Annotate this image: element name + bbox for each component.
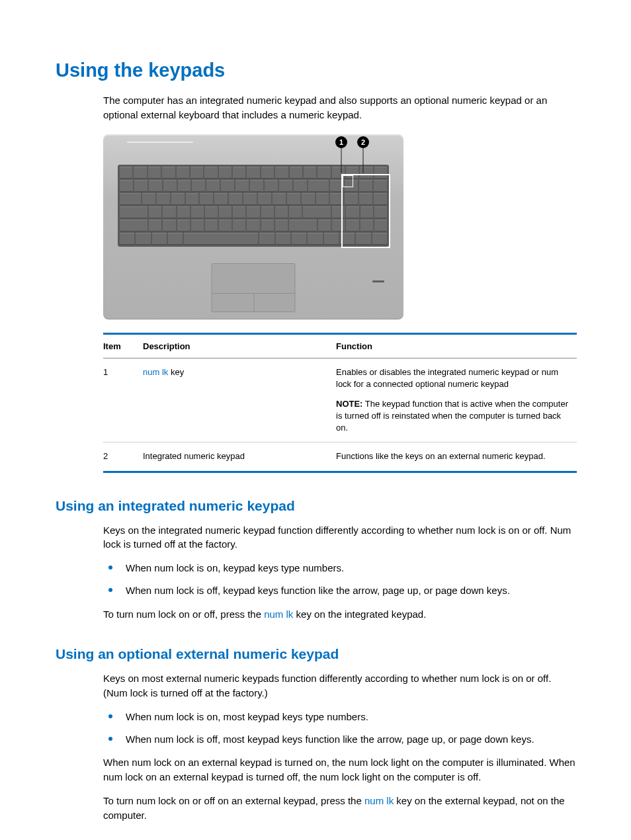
- note-block: NOTE: The keypad function that is active…: [336, 398, 573, 435]
- desc-rest: key: [168, 367, 184, 377]
- th-item: Item: [103, 333, 143, 358]
- text: To turn num lock on or off, press the: [103, 609, 264, 620]
- fingerprint-slot: [372, 280, 384, 282]
- table-row: 2 Integrated numeric keypad Functions li…: [103, 442, 577, 472]
- text: To turn num lock on or off on an externa…: [103, 795, 364, 806]
- numlk-link[interactable]: num lk: [364, 795, 394, 806]
- numlk-link[interactable]: num lk: [143, 367, 168, 377]
- cell-function: Enables or disables the integrated numer…: [336, 358, 577, 442]
- list-item: When num lock is on, keypad keys type nu…: [103, 561, 575, 575]
- section-heading-integrated: Using an integrated numeric keypad: [56, 498, 575, 514]
- external-p3: To turn num lock on or off on an externa…: [103, 794, 575, 823]
- cell-function: Functions like the keys on an external n…: [336, 442, 577, 472]
- text: key on the integrated keypad.: [293, 609, 426, 620]
- page-title: Using the keypads: [56, 60, 575, 81]
- external-bullets: When num lock is on, most keypad keys ty…: [103, 710, 575, 747]
- integrated-p2: To turn num lock on or off, press the nu…: [103, 607, 575, 622]
- th-description: Description: [143, 333, 336, 358]
- external-p1: Keys on most external numeric keypads fu…: [103, 671, 575, 700]
- integrated-bullets: When num lock is on, keypad keys type nu…: [103, 561, 575, 598]
- key-grid: [118, 165, 389, 247]
- list-item: When num lock is on, most keypad keys ty…: [103, 710, 575, 724]
- callout-1: 1: [335, 136, 347, 148]
- callout-table: Item Description Function 1 num lk key E…: [103, 333, 577, 473]
- list-item: When num lock is off, most keypad keys f…: [103, 732, 575, 747]
- callout-2: 2: [357, 136, 369, 148]
- cell-item: 1: [103, 358, 143, 442]
- section-heading-external: Using an optional external numeric keypa…: [56, 646, 575, 662]
- external-p2: When num lock on an external keypad is t…: [103, 755, 575, 784]
- intro-paragraph: The computer has an integrated numeric k…: [103, 93, 575, 122]
- integrated-p1: Keys on the integrated numeric keypad fu…: [103, 523, 575, 552]
- list-item: When num lock is off, keypad keys functi…: [103, 583, 575, 598]
- touchpad: [212, 263, 296, 312]
- func-text: Enables or disables the integrated numer…: [336, 366, 573, 390]
- table-row: 1 num lk key Enables or disables the int…: [103, 358, 577, 442]
- th-function: Function: [336, 333, 577, 358]
- cell-item: 2: [103, 442, 143, 472]
- numlk-link[interactable]: num lk: [264, 609, 293, 620]
- keyboard-illustration: 1 2: [103, 134, 403, 319]
- note-label: NOTE:: [336, 399, 362, 409]
- cell-description: Integrated numeric keypad: [143, 442, 336, 472]
- note-text: The keypad function that is active when …: [336, 399, 568, 433]
- cell-description: num lk key: [143, 358, 336, 442]
